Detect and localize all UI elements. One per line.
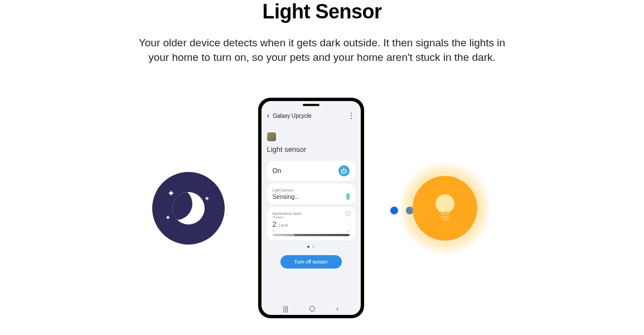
illuminance-card[interactable]: ? Illuminance level Twilight 2 Level 1 7 <box>267 207 355 241</box>
power-card[interactable]: On ⏻ <box>267 161 355 181</box>
back-icon[interactable]: ‹ <box>267 112 270 119</box>
sparkle-icon: ✦ <box>166 214 170 221</box>
light-on-icon <box>398 161 492 256</box>
moon-icon <box>172 192 205 224</box>
svg-rect-3 <box>442 219 448 221</box>
lightbulb-icon <box>432 192 458 225</box>
sparkle-icon: ✦ <box>205 195 209 202</box>
app-icon <box>267 132 276 141</box>
svg-rect-1 <box>441 212 449 215</box>
page-dot <box>307 246 309 248</box>
illuminance-value: 2 <box>273 220 277 228</box>
power-button[interactable]: ⏻ <box>338 165 350 176</box>
svg-point-0 <box>435 194 454 213</box>
power-state-label: On <box>273 167 282 175</box>
phone-notch <box>262 101 361 108</box>
turn-off-screen-button[interactable]: Turn off screen <box>280 255 342 269</box>
home-icon[interactable] <box>309 306 315 312</box>
sensing-indicator-icon <box>346 193 350 200</box>
sensing-card[interactable]: Light sensor Sensing... <box>267 184 355 204</box>
page-dot <box>312 246 314 248</box>
sensing-label: Light sensor <box>273 188 350 192</box>
app-title: Galaxy Upcycle <box>273 113 347 119</box>
illuminance-sublabel: Twilight <box>273 216 350 219</box>
nav-bar: ||| ‹ <box>262 302 361 315</box>
nav-back-icon[interactable]: ‹ <box>336 305 338 313</box>
app-header: ‹ Galaxy Upcycle ⋮ <box>262 108 361 122</box>
svg-rect-2 <box>440 216 449 218</box>
bulb-badge <box>413 176 477 241</box>
feature-name: Light sensor <box>267 145 355 158</box>
page-description: Your older device detects when it gets d… <box>133 36 512 64</box>
illuminance-unit: Level <box>279 223 288 228</box>
sensing-status: Sensing... <box>273 193 300 200</box>
scale-min: 1 <box>273 229 274 233</box>
scale-max: 7 <box>347 229 349 233</box>
phone-screen: ‹ Galaxy Upcycle ⋮ Light sensor On ⏻ <box>262 101 361 315</box>
illuminance-slider[interactable] <box>273 234 350 236</box>
night-icon: ✦ ✦ ✦ <box>152 172 225 245</box>
sparkle-icon: ✦ <box>168 189 175 198</box>
page-indicator <box>267 246 355 248</box>
phone-mockup: ‹ Galaxy Upcycle ⋮ Light sensor On ⏻ <box>258 98 364 318</box>
illuminance-label: Illuminance level <box>273 212 350 216</box>
page-title: Light Sensor <box>0 0 644 23</box>
more-icon[interactable]: ⋮ <box>347 111 355 120</box>
recent-apps-icon[interactable]: ||| <box>283 305 288 313</box>
power-icon: ⏻ <box>341 168 347 174</box>
info-icon[interactable]: ? <box>345 210 351 216</box>
